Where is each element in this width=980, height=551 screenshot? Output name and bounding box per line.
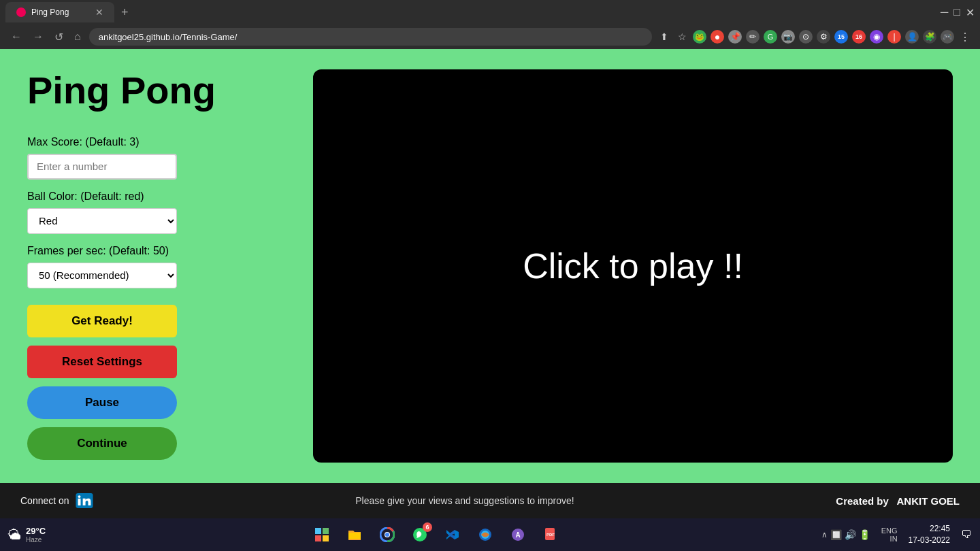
get-ready-button[interactable]: Get Ready! — [27, 305, 177, 337]
max-score-label: Max Score: (Default: 3) — [27, 136, 286, 148]
page-content: Ping Pong Max Score: (Default: 3) Ball C… — [0, 49, 980, 518]
main-area: Ping Pong Max Score: (Default: 3) Ball C… — [0, 49, 980, 483]
ext-icon-2[interactable]: ● — [710, 30, 724, 44]
game-title: Ping Pong — [27, 69, 286, 112]
ext-icon-3[interactable]: 📌 — [728, 30, 742, 44]
share-icon[interactable]: ⬆ — [657, 30, 671, 44]
tray-speaker-icon[interactable]: 🔊 — [845, 529, 856, 540]
svg-rect-3 — [315, 528, 321, 534]
refresh-button[interactable]: ↺ — [52, 29, 66, 45]
svg-rect-6 — [323, 535, 329, 541]
language-label: ENG — [881, 527, 898, 535]
tab-favicon — [16, 7, 26, 17]
browser-toolbar: ⬆ ☆ 🐸 ● 📌 ✏ G 📷 ⊙ ⚙ 15 16 ◉ | 👤 🧩 🎮 ⋮ — [657, 30, 972, 44]
clock-date: 17-03-2022 — [909, 535, 950, 546]
ball-color-label: Ball Color: (Default: red) — [27, 190, 286, 203]
address-bar-row: ← → ↺ ⌂ ⬆ ☆ 🐸 ● 📌 ✏ G 📷 ⊙ ⚙ 15 16 ◉ | 👤 … — [0, 24, 980, 49]
weather-temp: 29°C — [26, 526, 46, 536]
ball-color-select[interactable]: Red Blue Green White Yellow — [27, 208, 177, 234]
active-tab[interactable]: Ping Pong ✕ — [5, 2, 114, 22]
maximize-btn[interactable]: □ — [953, 6, 960, 18]
frames-label: Frames per sec: (Default: 50) — [27, 245, 286, 257]
weather-icon: 🌥 — [8, 527, 22, 543]
back-button[interactable]: ← — [8, 29, 24, 44]
tray-network-icon[interactable]: 🔲 — [830, 529, 842, 540]
tray-expand[interactable]: ∧ — [821, 530, 828, 539]
ext-days-2[interactable]: 16 — [852, 30, 866, 44]
new-tab-button[interactable]: + — [117, 5, 133, 20]
home-button[interactable]: ⌂ — [71, 29, 84, 44]
tab-title: Ping Pong — [31, 7, 69, 17]
taskbar: 🌥 29°C Haze — [0, 518, 980, 551]
start-button[interactable] — [308, 521, 336, 548]
ext-icon-12[interactable]: 🧩 — [923, 30, 936, 44]
left-panel: Ping Pong Max Score: (Default: 3) Ball C… — [27, 69, 286, 463]
svg-rect-4 — [323, 528, 329, 534]
chrome-taskbar-button[interactable] — [374, 521, 401, 548]
taskbar-right: ∧ 🔲 🔊 🔋 ENG IN 22:45 17-03-2022 🗨 — [821, 523, 972, 546]
region-label: IN — [890, 535, 898, 543]
firefox-button[interactable] — [472, 521, 499, 548]
svg-text:PDF: PDF — [546, 533, 555, 537]
notification-icon[interactable]: 🗨 — [961, 529, 972, 541]
footer-message: Please give your views and suggestions t… — [94, 495, 836, 506]
created-label: Created by — [836, 495, 889, 507]
clock-time: 22:45 — [909, 523, 950, 535]
sys-tray: ∧ 🔲 🔊 🔋 — [821, 529, 870, 540]
frames-select[interactable]: 30 40 50 (Recommended) 60 — [27, 263, 177, 288]
connect-label: Connect on — [20, 495, 69, 506]
whatsapp-button[interactable]: 6 — [406, 521, 434, 548]
pdf-button[interactable]: PDF — [537, 521, 564, 548]
forward-button[interactable]: → — [30, 29, 46, 44]
ext-icon-13[interactable]: 🎮 — [941, 30, 954, 44]
ext-icon-9[interactable]: ◉ — [870, 30, 883, 44]
taskbar-center: 6 A — [56, 521, 816, 548]
clock[interactable]: 22:45 17-03-2022 — [909, 523, 950, 546]
close-btn[interactable]: ✕ — [966, 6, 975, 19]
bookmark-icon[interactable]: ☆ — [675, 30, 689, 44]
tray-battery-icon[interactable]: 🔋 — [859, 529, 870, 540]
svg-rect-5 — [315, 535, 321, 541]
minimize-btn[interactable]: ─ — [941, 6, 948, 18]
svg-rect-1 — [78, 499, 80, 505]
ext-icon-5[interactable]: G — [764, 30, 777, 44]
taskbar-icon-extra[interactable]: A — [504, 521, 532, 548]
file-explorer-button[interactable] — [341, 521, 368, 548]
address-input[interactable] — [89, 28, 652, 46]
tab-close-btn[interactable]: ✕ — [95, 7, 103, 17]
weather-desc: Haze — [26, 536, 46, 544]
taskbar-weather[interactable]: 🌥 29°C Haze — [8, 526, 46, 544]
footer-connect: Connect on — [20, 493, 94, 508]
ext-icon-11[interactable]: 👤 — [905, 30, 919, 44]
footer: Connect on Please give your views and su… — [0, 483, 980, 518]
svg-text:A: A — [515, 531, 520, 539]
more-options-icon[interactable]: ⋮ — [958, 30, 972, 44]
reset-button[interactable]: Reset Settings — [27, 346, 177, 378]
author-name: ANKIT GOEL — [897, 495, 960, 507]
ext-days-1[interactable]: 15 — [834, 30, 848, 44]
svg-point-9 — [385, 533, 389, 537]
whatsapp-badge: 6 — [423, 522, 432, 532]
ext-icon-1[interactable]: 🐸 — [693, 30, 706, 44]
game-canvas[interactable]: Click to play !! — [313, 69, 953, 463]
tab-bar: Ping Pong ✕ + ─ □ ✕ — [0, 0, 980, 24]
ext-icon-8[interactable]: ⚙ — [817, 30, 830, 44]
browser-chrome: Ping Pong ✕ + ─ □ ✕ ← → ↺ ⌂ ⬆ ☆ 🐸 ● 📌 ✏ … — [0, 0, 980, 49]
ext-icon-10[interactable]: | — [887, 30, 901, 44]
pause-button[interactable]: Pause — [27, 386, 177, 419]
click-to-play-text: Click to play !! — [523, 246, 743, 286]
ext-icon-4[interactable]: ✏ — [746, 30, 760, 44]
svg-point-2 — [78, 495, 80, 498]
vscode-button[interactable] — [439, 521, 466, 548]
window-controls: ─ □ ✕ — [941, 6, 975, 19]
ext-icon-6[interactable]: 📷 — [781, 30, 795, 44]
ext-icon-7[interactable]: ⊙ — [799, 30, 813, 44]
continue-button[interactable]: Continue — [27, 427, 177, 460]
footer-created: Created by ANKIT GOEL — [836, 495, 960, 507]
max-score-input[interactable] — [27, 154, 177, 180]
linkedin-icon[interactable] — [75, 493, 94, 508]
